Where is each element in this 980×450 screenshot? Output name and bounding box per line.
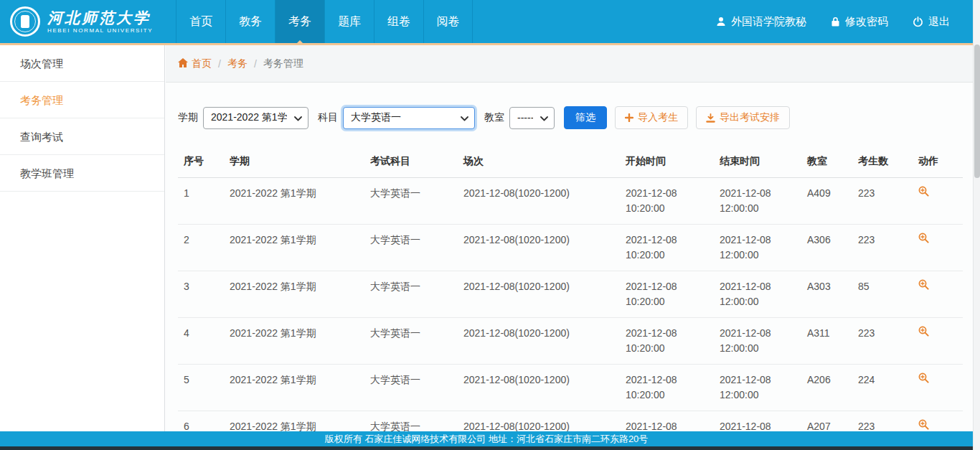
cell-subject: 大学英语一 [364, 411, 458, 432]
university-name: 河北师范大学 [47, 9, 153, 26]
start-date: 2021-12-08 [626, 233, 708, 248]
university-logo[interactable]: 河北师范大学 HEBEI NORMAL UNIVERSITY [0, 0, 166, 43]
power-icon [913, 17, 923, 27]
cell-end-time: 2021-12-08 12:00:00 [714, 365, 801, 411]
main-content: 首页 / 考务 / 考务管理 学期 2021-2022 第1学期 科目 大学英语… [166, 45, 973, 431]
subject-select[interactable]: 大学英语一 [343, 107, 475, 129]
nav-item-question-bank[interactable]: 题库 [324, 0, 374, 43]
start-time: 10:20:00 [626, 248, 708, 263]
view-detail-icon[interactable] [918, 372, 929, 383]
chevron-down-icon [540, 112, 548, 123]
cell-semester: 2021-2022 第1学期 [224, 318, 364, 365]
cell-count: 223 [852, 318, 913, 365]
table-row: 5 2021-2022 第1学期 大学英语一 2021-12-08(1020-1… [178, 365, 963, 411]
table-row: 2 2021-2022 第1学期 大学英语一 2021-12-08(1020-1… [178, 225, 963, 271]
classroom-select[interactable]: ------ [509, 107, 555, 129]
cell-semester: 2021-2022 第1学期 [224, 411, 364, 432]
breadcrumb-exam-affairs-label: 考务 [227, 57, 248, 70]
cell-room: A311 [801, 318, 852, 365]
semester-label: 学期 [178, 111, 198, 124]
cell-session: 2021-12-08(1020-1200) [458, 225, 620, 271]
footer: 版权所有 石家庄佳诚网络技术有限公司 地址：河北省石家庄市南二环东路20号 [0, 431, 973, 446]
start-time: 10:20:00 [626, 388, 708, 403]
nav-item-home[interactable]: 首页 [176, 0, 225, 43]
exam-table: 序号 学期 考试科目 场次 开始时间 结束时间 教室 考生数 动作 1 2021… [178, 148, 963, 431]
change-password-label: 修改密码 [845, 15, 888, 29]
cell-end-time: 2021-12-08 12:00:00 [714, 318, 801, 365]
scrollbar-thumb[interactable] [974, 44, 980, 178]
user-name-label: 外国语学院教秘 [731, 15, 806, 29]
breadcrumb-exam-affairs[interactable]: 考务 [227, 57, 248, 70]
breadcrumb-separator: / [254, 58, 257, 70]
cell-subject: 大学英语一 [364, 271, 458, 318]
cell-action [913, 271, 963, 318]
cell-action [913, 318, 963, 365]
cell-start-time: 2021-12-08 10:20:00 [620, 271, 714, 318]
start-time: 10:20:00 [626, 201, 708, 216]
main-nav: 首页 教务 考务 题库 组卷 阅卷 [176, 0, 473, 43]
logo-text: 河北师范大学 HEBEI NORMAL UNIVERSITY [47, 9, 153, 34]
start-time: 10:20:00 [626, 341, 708, 356]
cell-room: A409 [801, 178, 852, 225]
end-date: 2021-12-08 [720, 419, 796, 431]
breadcrumb-current-page: 考务管理 [263, 57, 303, 70]
header-subject: 考试科目 [364, 148, 458, 178]
nav-item-exam-affairs[interactable]: 考务 [275, 0, 324, 43]
end-date: 2021-12-08 [720, 326, 796, 341]
download-icon [706, 113, 715, 123]
cell-action [913, 178, 963, 225]
top-navbar: 河北师范大学 HEBEI NORMAL UNIVERSITY 首页 教务 考务 … [0, 0, 973, 43]
sidebar-item-session-management[interactable]: 场次管理 [0, 45, 164, 82]
export-schedule-label: 导出考试安排 [720, 111, 780, 124]
cell-room: A303 [801, 271, 852, 318]
header-end-time: 结束时间 [714, 148, 801, 178]
cell-semester: 2021-2022 第1学期 [224, 225, 364, 271]
sidebar: 场次管理 考务管理 查询考试 教学班管理 [0, 45, 165, 431]
change-password-button[interactable]: 修改密码 [831, 15, 888, 29]
view-detail-icon[interactable] [918, 419, 929, 430]
cell-subject: 大学英语一 [364, 178, 458, 225]
view-detail-icon[interactable] [918, 186, 929, 197]
nav-item-paper-assembly[interactable]: 组卷 [374, 0, 423, 43]
end-time: 12:00:00 [720, 248, 796, 263]
sidebar-item-query-exam[interactable]: 查询考试 [0, 118, 164, 155]
header-semester: 学期 [224, 148, 364, 178]
table-row: 1 2021-2022 第1学期 大学英语一 2021-12-08(1020-1… [178, 178, 963, 225]
table-row: 4 2021-2022 第1学期 大学英语一 2021-12-08(1020-1… [178, 318, 963, 365]
logout-button[interactable]: 退出 [913, 15, 950, 29]
cell-session: 2021-12-08(1020-1200) [458, 178, 620, 225]
cell-index: 2 [178, 225, 224, 271]
breadcrumb-separator: / [218, 58, 221, 70]
end-date: 2021-12-08 [720, 279, 796, 294]
view-detail-icon[interactable] [918, 233, 929, 243]
cell-count: 223 [852, 411, 913, 432]
semester-select[interactable]: 2021-2022 第1学期 [203, 107, 308, 129]
semester-select-value: 2021-2022 第1学期 [211, 111, 287, 124]
header-action: 动作 [913, 148, 963, 178]
home-icon [178, 58, 188, 70]
cell-end-time: 2021-12-08 12:00:00 [714, 225, 801, 271]
filter-button[interactable]: 筛选 [564, 106, 607, 129]
current-user[interactable]: 外国语学院教秘 [716, 15, 806, 29]
chevron-down-icon [294, 112, 302, 123]
copyright-text: 版权所有 石家庄佳诚网络技术有限公司 地址：河北省石家庄市南二环东路20号 [325, 433, 649, 446]
cell-index: 5 [178, 365, 224, 411]
cell-action [913, 411, 963, 432]
cell-session: 2021-12-08(1020-1200) [458, 271, 620, 318]
vertical-scrollbar[interactable] [973, 0, 980, 450]
nav-item-academic[interactable]: 教务 [225, 0, 275, 43]
sidebar-item-class-management[interactable]: 教学班管理 [0, 155, 164, 192]
cell-room: A207 [801, 411, 852, 432]
university-emblem-icon [10, 6, 40, 37]
subject-label: 科目 [318, 111, 338, 124]
export-schedule-button[interactable]: 导出考试安排 [696, 106, 790, 129]
sidebar-item-exam-management[interactable]: 考务管理 [0, 82, 164, 118]
university-name-en: HEBEI NORMAL UNIVERSITY [47, 28, 153, 34]
start-date: 2021-12-08 [626, 419, 708, 431]
header-index: 序号 [178, 148, 224, 178]
import-students-button[interactable]: 导入考生 [615, 106, 688, 129]
breadcrumb-home[interactable]: 首页 [178, 57, 212, 70]
view-detail-icon[interactable] [918, 279, 929, 290]
nav-item-marking[interactable]: 阅卷 [423, 0, 473, 43]
view-detail-icon[interactable] [918, 326, 929, 337]
